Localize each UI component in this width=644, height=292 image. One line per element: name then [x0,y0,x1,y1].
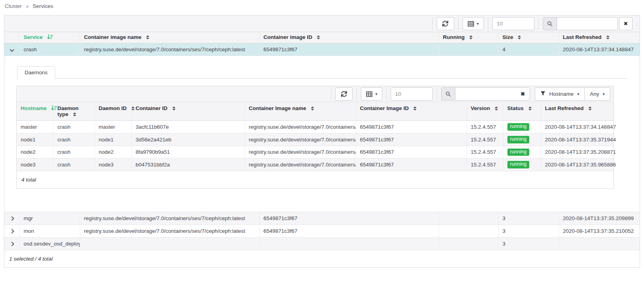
cell-image-id: 6549871c3f67 [356,133,467,146]
search-input[interactable] [557,17,617,30]
expand-toggle[interactable] [4,238,19,250]
column-label: Size [503,34,513,40]
cell-image-id: 6549871c3f67 [259,212,439,225]
cell-service: osd.sesdev_osd_deploym [19,238,80,250]
column-header-running[interactable]: Running [439,32,498,43]
column-header-hostname[interactable]: Hostname [17,102,53,121]
toolbar-divider [386,87,387,101]
column-header-container-image-name[interactable]: Container image name [80,32,259,43]
column-label: Version [471,105,490,111]
status-badge: running [507,123,530,131]
cell-image-name: registry.suse.de/devel/storage/7.0/conta… [80,43,259,56]
refresh-button[interactable] [335,87,353,101]
column-header-container-image-id[interactable]: Container image ID [259,32,439,43]
detail-cell: Daemons [4,56,640,212]
status-badge: running [507,136,530,143]
cell-image-name: registry.suse.de/devel/storage/7.0/conta… [80,212,259,225]
table-columns-icon [366,91,372,97]
expand-toggle[interactable] [4,225,19,238]
services-table-panel: ▾ ✖ Service Container image name [4,15,640,268]
status-badge: running [507,161,530,168]
page-size-input[interactable] [391,87,433,101]
toolbar-divider [432,17,433,30]
column-label: Running [443,34,465,40]
cell-running [439,225,498,238]
search-input[interactable] [455,88,516,100]
refresh-icon [341,91,347,97]
table-columns-icon [468,21,474,27]
table-row-master[interactable]: master crash master 3acfc11b607e registr… [17,121,613,133]
cell-container-id: 3acfc11b607e [131,121,245,133]
close-icon: ✖ [521,91,525,97]
clear-search-button[interactable]: ✖ [619,17,632,30]
chevron-down-icon: ▾ [603,92,605,96]
cell-size: 3 [498,225,559,238]
filter-field-dropdown[interactable]: Hostname ▾ [535,88,584,100]
table-row-osd[interactable]: osd.sesdev_osd_deploym 3 [4,238,640,250]
table-row-crash[interactable]: crash registry.suse.de/devel/storage/7.0… [4,43,640,56]
page-size-input[interactable] [492,17,534,30]
tab-daemons[interactable]: Daemons [17,66,55,79]
cell-daemon-type: crash [53,121,94,133]
chevron-down-icon: ▾ [477,22,479,26]
column-header-daemon-type[interactable]: Daemon type [53,102,94,121]
cell-container-id: 3d56e2a421eb [131,133,245,146]
services-header-row: Service Container image name Container i… [4,32,640,43]
toolbar-divider [538,17,539,30]
column-header-container-id[interactable]: Container ID [131,102,245,121]
column-header-size[interactable]: Size [498,32,559,43]
table-row-node1[interactable]: node1 crash node1 3d56e2a421eb registry.… [17,133,613,146]
chevron-right-icon [10,216,14,220]
refresh-button[interactable] [437,17,454,30]
table-row-node3[interactable]: node3 crash node3 b047531bbf2a registry.… [17,159,613,171]
clear-search-button[interactable]: ✖ [516,88,530,100]
table-row-node2[interactable]: node2 crash node2 8fa9790b9a51 registry.… [17,146,613,159]
column-toggle-dropdown[interactable]: ▾ [361,87,382,101]
table-row-mgr[interactable]: mgr registry.suse.de/devel/storage/7.0/c… [4,212,640,225]
column-toggle-dropdown[interactable]: ▾ [463,17,484,30]
filter-value-label: Any [590,91,599,97]
column-header-service[interactable]: Service [19,32,80,43]
cell-version: 15.2.4.557 [467,133,503,146]
cell-image-name: registry.suse.de/devel/storage/7.0/conta… [245,133,356,146]
chevron-down-icon: ▾ [577,92,579,96]
column-header-daemon-id[interactable]: Daemon ID [94,102,131,121]
chevron-down-icon: ▾ [375,92,377,96]
toolbar-divider [437,87,437,101]
filter-value-dropdown[interactable]: Any ▾ [584,88,610,100]
cell-image-name: registry.suse.de/devel/storage/7.0/conta… [245,121,356,133]
daemons-toolbar: ▾ ✖ [17,86,613,102]
breadcrumb-cluster[interactable]: Cluster [5,3,22,9]
column-header-container-image-id[interactable]: Container Image ID [356,102,467,121]
column-label: Container ID [136,105,168,111]
column-header-status[interactable]: Status [503,102,541,121]
column-header-container-image-name[interactable]: Container Image name [245,102,356,121]
expand-toggle[interactable] [4,212,19,225]
expand-toggle[interactable] [4,43,19,56]
expand-column-header [4,32,19,43]
cell-image-id: 6549871c3f67 [356,159,467,171]
cell-image-name: registry.suse.de/devel/storage/7.0/conta… [80,225,259,238]
chevron-right-icon [10,242,14,246]
daemons-header-row: Hostname Daemon type Daemo [17,102,613,121]
cell-size: 3 [498,212,559,225]
breadcrumb-services: Services [33,3,53,9]
cell-image-name [80,238,259,250]
services-table: Service Container image name Container i… [4,32,640,250]
table-row-mon[interactable]: mon registry.suse.de/devel/storage/7.0/c… [4,225,640,238]
sort-icon [131,106,135,110]
cell-last-refreshed: 2020-08-14T13:37:34.148847 [541,121,613,133]
cell-status: running [503,121,541,133]
cell-container-id: 8fa9790b9a51 [131,146,245,159]
refresh-icon [442,21,448,27]
detail-row: Daemons [4,56,640,212]
column-header-version[interactable]: Version [467,102,503,121]
column-header-last-refreshed[interactable]: Last Refreshed [559,32,640,43]
filter-controls: Hostname ▾ Any ▾ [535,87,610,101]
column-label: Last Refreshed [545,105,584,111]
cell-last-refreshed: 2020-08-14T13:37:34.148847 [559,43,640,56]
search-icon [442,88,455,100]
sort-icon [495,106,498,110]
breadcrumb-separator: » [26,3,29,9]
column-header-last-refreshed[interactable]: Last Refreshed [541,102,613,121]
